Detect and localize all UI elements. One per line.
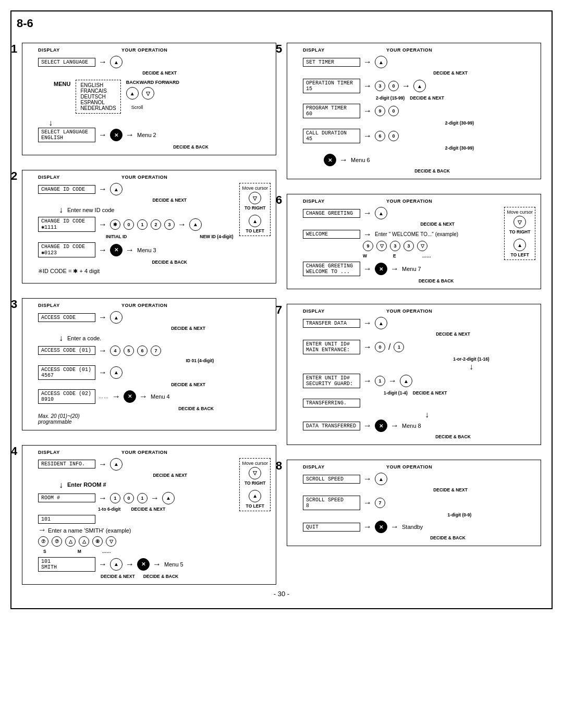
s4-display2: ROOM # — [38, 493, 95, 502]
s4-nb2[interactable]: ⑦ — [52, 536, 62, 547]
s2-to-right-btn[interactable]: ▽ — [249, 192, 261, 204]
s4-to-left-btn[interactable]: ▲ — [249, 490, 261, 502]
s3-btn3[interactable]: ▲ — [110, 366, 123, 379]
s3-display4: ACCESS CODE (02) 8910 — [38, 389, 95, 404]
s6-btn1[interactable]: ▲ — [375, 207, 387, 219]
move-cursor-label-2: Move cursor — [242, 186, 268, 191]
s4-back-btn[interactable]: ✕ — [137, 558, 150, 571]
s4-enter-room: Enter ROOM # — [67, 482, 106, 488]
s4-nb5[interactable]: ⑧ — [92, 536, 103, 547]
s3-n6[interactable]: 6 — [137, 346, 148, 356]
backward-btn[interactable]: ▲ — [126, 87, 139, 100]
s7-n0[interactable]: 0 — [375, 342, 385, 352]
operation-label-4: YOUR OPERATION — [121, 450, 184, 455]
forward-btn[interactable]: ▽ — [142, 87, 154, 100]
s3-arrow4: → — [112, 392, 120, 401]
s5-n0b[interactable]: 0 — [388, 106, 399, 116]
s4-btn1[interactable]: ▲ — [110, 458, 123, 471]
s2-row2: CHANGE ID CODE ✱1111 → ✱ 0 1 2 3 → ▲ — [38, 217, 233, 232]
s4-row3: 101 — [38, 515, 234, 524]
s7-digit2: 1-digit (1-4) — [384, 390, 408, 396]
s7-arrow1: → — [363, 319, 372, 327]
s3-n5[interactable]: 5 — [124, 346, 134, 356]
s4-n1b[interactable]: 1 — [137, 493, 148, 503]
operation-label-2: YOUR OPERATION — [121, 175, 184, 180]
section-6-header: DISPLAY YOUR OPERATION — [303, 199, 535, 204]
s7-n1[interactable]: 1 — [394, 342, 404, 352]
s6-nb1[interactable]: ▽ — [376, 241, 387, 251]
s1-btn1[interactable]: ▲ — [110, 56, 123, 68]
operation-label-1: YOUR OPERATION — [121, 47, 184, 53]
s7-arrow3: → — [363, 377, 372, 385]
s2-to-left-btn[interactable]: ▲ — [249, 215, 261, 227]
s3-n4[interactable]: 4 — [110, 346, 120, 356]
s7-n1b[interactable]: 1 — [375, 376, 385, 386]
s6-n9[interactable]: 9 — [363, 241, 373, 251]
s4-nb3[interactable]: △ — [65, 536, 76, 547]
backward-forward-label: BACKWARD FORWARD — [126, 80, 179, 85]
s3-decide-next1: DECIDE & NEXT — [106, 326, 271, 331]
s5-n3[interactable]: 3 — [375, 81, 385, 91]
s3-btn1[interactable]: ▲ — [110, 311, 123, 324]
s2-btn1[interactable]: ▲ — [110, 183, 123, 195]
s7-back-btn[interactable]: ✕ — [375, 419, 387, 432]
s6-to-right-label: TO RIGHT — [509, 229, 530, 235]
s4-confirm-btn[interactable]: ▲ — [162, 492, 175, 504]
s6-nb2[interactable]: ▽ — [417, 241, 427, 251]
s8-decide-next1: DECIDE & NEXT — [365, 487, 535, 492]
s5-n0c[interactable]: 0 — [388, 131, 399, 141]
s4-name-example-row: → Enter a name 'SMITH' (example) — [38, 526, 234, 534]
s4-nb6[interactable]: ▽ — [106, 536, 116, 547]
s4-to-right-label: TO RIGHT — [244, 480, 265, 486]
s4-nb4[interactable]: △ — [79, 536, 89, 547]
s4-to-right-btn[interactable]: ▽ — [249, 467, 261, 479]
s2-menu3: Menu 3 — [137, 247, 156, 253]
right-column: 5 DISPLAY YOUR OPERATION SET TIMER → ▲ D… — [287, 43, 541, 585]
operation-label-5: YOUR OPERATION — [386, 47, 449, 53]
s6-n3b[interactable]: 3 — [403, 241, 414, 251]
s1-decide-back: DECIDE & BACK — [111, 144, 271, 150]
s2-star-btn[interactable]: ✱ — [110, 219, 120, 230]
s6-w-label: W — [363, 253, 367, 258]
s5-btn1[interactable]: ▲ — [375, 56, 387, 68]
s2-to-right-label: TO RIGHT — [244, 205, 265, 211]
s4-n1[interactable]: 1 — [110, 493, 120, 503]
s2-confirm-btn[interactable]: ▲ — [189, 218, 202, 231]
s4-n0[interactable]: 0 — [124, 493, 134, 503]
s3-back-btn[interactable]: ✕ — [124, 390, 136, 403]
s5-back-btn[interactable]: ✕ — [324, 154, 336, 166]
s6-n3a[interactable]: 3 — [390, 241, 400, 251]
s4-next-btn[interactable]: ▲ — [110, 558, 123, 571]
s5-n0a[interactable]: 0 — [388, 81, 399, 91]
s8-back-btn[interactable]: ✕ — [375, 521, 387, 533]
section-5: 5 DISPLAY YOUR OPERATION SET TIMER → ▲ D… — [287, 43, 541, 179]
s6-to-right-btn[interactable]: ▽ — [513, 216, 526, 228]
s5-n6[interactable]: 6 — [375, 131, 385, 141]
s6-display3: CHANGE GREETING WELCOME TO ... — [303, 262, 360, 276]
s1-decide-back-btn[interactable]: ✕ — [110, 129, 123, 141]
s8-n7[interactable]: 7 — [375, 498, 385, 508]
s6-arrow2: → — [363, 230, 372, 239]
s4-nb1[interactable]: ⑦ — [38, 536, 48, 547]
s4-down1: ↓ — [59, 480, 63, 490]
s1-arrow2: → — [99, 131, 107, 139]
s2-num1[interactable]: 1 — [137, 219, 148, 230]
s2-back-btn[interactable]: ✕ — [110, 244, 123, 256]
s6-to-left-btn[interactable]: ▲ — [513, 239, 526, 251]
section-4-number: 4 — [11, 445, 17, 458]
section-2-number: 2 — [11, 169, 17, 183]
s8-btn1[interactable]: ▲ — [375, 473, 387, 485]
s5-decide-next1: DECIDE & NEXT — [365, 70, 535, 76]
s2-num0[interactable]: 0 — [124, 219, 134, 230]
s5-n9[interactable]: 9 — [375, 106, 385, 116]
s7-btn1[interactable]: ▲ — [375, 317, 387, 329]
s6-back-btn[interactable]: ✕ — [375, 263, 387, 275]
s3-n7[interactable]: 7 — [151, 346, 161, 356]
s2-num3[interactable]: 3 — [164, 219, 175, 230]
s5-confirm2[interactable]: ▲ — [413, 80, 426, 92]
s2-num2[interactable]: 2 — [151, 219, 161, 230]
section-5-header: DISPLAY YOUR OPERATION — [303, 47, 535, 53]
s7-decide-back: DECIDE & BACK — [371, 434, 535, 439]
s7-confirm3[interactable]: ▲ — [400, 375, 412, 387]
page-number: - 30 - — [22, 590, 541, 598]
